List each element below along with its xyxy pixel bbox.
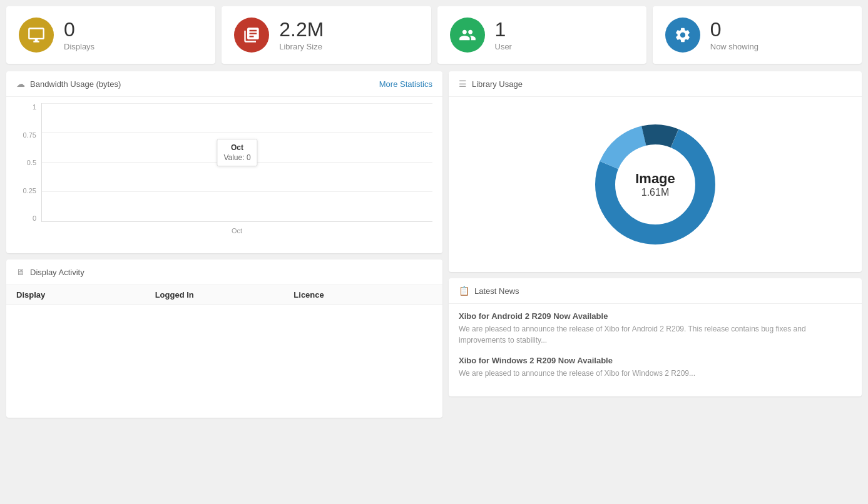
news-item-1: Xibo for Android 2 R209 Now Available We… (459, 311, 852, 346)
library-size-number: 2.2M (279, 19, 324, 41)
tooltip-value: Value: 0 (223, 153, 250, 162)
y-label-025: 0.25 (16, 187, 40, 194)
dashboard: 0 Displays 2.2M Library Size (0, 0, 868, 424)
news-item-2: Xibo for Windows 2 R209 Now Available We… (459, 356, 852, 379)
bandwidth-panel-header: ☁ Bandwidth Usage (bytes) More Statistic… (6, 71, 442, 97)
displays-label: Displays (64, 42, 94, 51)
activity-panel-header: 🖥 Display Activity (6, 260, 442, 285)
left-column: ☁ Bandwidth Usage (bytes) More Statistic… (6, 71, 442, 418)
stat-text-users: 1 User (495, 19, 512, 51)
news-title: Latest News (474, 286, 519, 296)
stat-card-displays: 0 Displays (6, 6, 215, 64)
donut-wrapper: Image 1.61M (586, 116, 724, 253)
tooltip-value-label: Value: (223, 153, 244, 162)
library-panel-header: ☰ Library Usage (449, 71, 862, 97)
displays-icon-bg (19, 18, 54, 53)
library-size-label: Library Size (279, 42, 324, 51)
grid-line-top (42, 103, 432, 104)
y-label-05: 0.5 (16, 159, 40, 166)
chart-tooltip: Oct Value: 0 (217, 139, 257, 166)
displays-number: 0 (64, 19, 94, 41)
stat-text-displays: 0 Displays (64, 19, 94, 51)
news-item-1-title: Xibo for Android 2 R209 Now Available (459, 311, 852, 321)
news-panel-header: 📋 Latest News (449, 278, 862, 304)
donut-center-value: 1.61M (635, 187, 675, 198)
news-body[interactable]: Xibo for Android 2 R209 Now Available We… (449, 304, 862, 396)
activity-table-header: Display Logged In Licence (6, 285, 442, 305)
library-icon (243, 26, 260, 44)
y-label-0: 0 (16, 214, 40, 222)
library-title: Library Usage (472, 79, 523, 89)
library-usage-panel: ☰ Library Usage (449, 71, 862, 272)
col-logged-in: Logged In (155, 290, 294, 300)
col-display: Display (16, 290, 155, 300)
tooltip-value-number: 0 (247, 153, 251, 162)
x-axis: Oct (41, 227, 432, 234)
stat-card-users: 1 User (437, 6, 646, 64)
donut-center-title: Image (635, 171, 675, 187)
grid-line-75 (42, 132, 432, 133)
stat-text-library-size: 2.2M Library Size (279, 19, 324, 51)
main-grid: ☁ Bandwidth Usage (bytes) More Statistic… (6, 71, 862, 418)
news-item-2-content: We are pleased to announce the release o… (459, 368, 852, 379)
users-label: User (495, 42, 512, 51)
now-showing-icon-bg (665, 18, 700, 53)
library-header-left: ☰ Library Usage (459, 79, 523, 89)
activity-title: Display Activity (30, 268, 84, 277)
activity-table-body (6, 305, 442, 418)
tooltip-month: Oct (223, 143, 250, 152)
activity-header-left: 🖥 Display Activity (16, 267, 84, 277)
stat-cards-row: 0 Displays 2.2M Library Size (6, 6, 862, 64)
list-icon: ☰ (459, 79, 467, 89)
latest-news-panel: 📋 Latest News Xibo for Android 2 R209 No… (449, 278, 862, 396)
col-licence: Licence (294, 290, 432, 300)
users-icon (459, 26, 476, 44)
bandwidth-header-left: ☁ Bandwidth Usage (bytes) (16, 79, 121, 89)
chart-container: 0 0.25 0.5 0.75 1 (16, 103, 432, 241)
stat-card-now-showing: 0 Now showing (653, 6, 862, 64)
donut-label: Image 1.61M (635, 171, 675, 198)
settings-icon (674, 26, 692, 44)
more-statistics-link[interactable]: More Statistics (379, 79, 432, 89)
users-icon-bg (450, 18, 485, 53)
library-size-icon-bg (234, 18, 269, 53)
stat-text-now-showing: 0 Now showing (710, 19, 758, 51)
bandwidth-panel: ☁ Bandwidth Usage (bytes) More Statistic… (6, 71, 442, 253)
y-label-1: 1 (16, 103, 40, 111)
y-axis: 0 0.25 0.5 0.75 1 (16, 103, 40, 222)
grid-line-25 (42, 191, 432, 192)
now-showing-number: 0 (710, 19, 758, 41)
donut-container: Image 1.61M (449, 97, 862, 272)
right-column: ☰ Library Usage (449, 71, 862, 418)
cloud-icon: ☁ (16, 79, 25, 89)
monitor-icon (28, 26, 45, 44)
stat-card-library-size: 2.2M Library Size (222, 6, 431, 64)
bandwidth-chart-area: 0 0.25 0.5 0.75 1 (6, 97, 442, 253)
bandwidth-title: Bandwidth Usage (bytes) (30, 79, 121, 89)
x-label-oct: Oct (232, 227, 242, 234)
users-number: 1 (495, 19, 512, 41)
news-item-2-title: Xibo for Windows 2 R209 Now Available (459, 356, 852, 365)
news-item-1-content: We are pleased to announce the release o… (459, 323, 852, 346)
news-header-left: 📋 Latest News (459, 286, 519, 296)
display-activity-panel: 🖥 Display Activity Display Logged In Lic… (6, 260, 442, 418)
now-showing-label: Now showing (710, 42, 758, 51)
y-label-075: 0.75 (16, 131, 40, 139)
news-icon: 📋 (459, 286, 469, 296)
chart-inner: Oct Value: 0 (41, 103, 432, 222)
display-icon: 🖥 (16, 267, 25, 277)
